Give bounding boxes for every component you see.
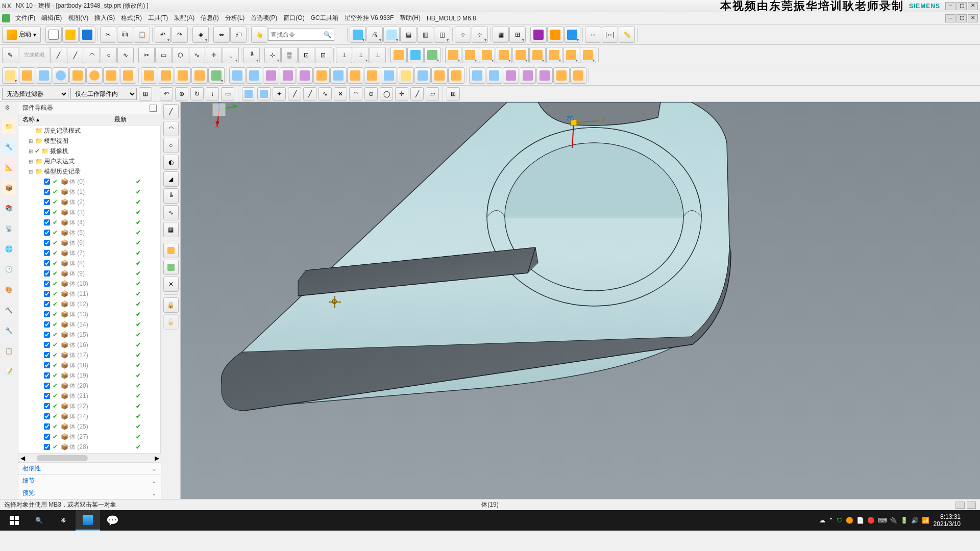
close-button[interactable]: ✕ (968, 2, 978, 10)
body-checkbox[interactable] (44, 209, 50, 215)
body-checkbox[interactable] (44, 434, 50, 440)
delete-face-tool[interactable] (381, 67, 397, 84)
analysis2-button[interactable] (547, 27, 564, 43)
block-button[interactable] (383, 27, 400, 43)
menu-file[interactable]: 文件(F) (12, 13, 38, 23)
command-search-input[interactable] (268, 29, 334, 41)
body-checkbox[interactable] (44, 219, 50, 226)
menu-help[interactable]: 帮助(H) (397, 13, 424, 23)
body-checkbox[interactable] (44, 393, 50, 399)
vtool-offset[interactable]: ╚ (163, 188, 179, 204)
copy-button[interactable]: ⿻ (117, 27, 133, 43)
body-checkbox[interactable] (44, 352, 50, 358)
form-tab[interactable]: 📝 (2, 364, 16, 379)
status-ico-1[interactable] (955, 502, 965, 509)
snap-point[interactable]: ✛ (395, 87, 408, 101)
history-tab[interactable]: 🕐 (2, 262, 16, 277)
tree-item[interactable]: ⊞✔📁摄像机 (18, 146, 160, 156)
body-checkbox[interactable] (44, 199, 50, 205)
proj2-tool[interactable]: ⊡ (315, 47, 331, 63)
tray-orange-icon[interactable]: 🟠 (846, 517, 853, 524)
snap-inter[interactable]: ✕ (334, 87, 347, 101)
tree-body-item[interactable]: ✔📦体 (21)✔ (18, 391, 160, 401)
surf5-tool[interactable] (536, 67, 553, 84)
nav-tree[interactable]: 📁历史记录模式⊞📁模型视图⊞✔📁摄像机⊞📁用户表达式⊟📁模型历史记录✔📦体 (0… (18, 126, 161, 453)
body-checkbox[interactable] (44, 260, 50, 266)
line-tool[interactable]: ╱ (50, 47, 66, 63)
tree-body-item[interactable]: ✔📦体 (22)✔ (18, 401, 160, 411)
nav-column-latest[interactable]: 最新 (110, 115, 141, 124)
polygon-tool[interactable]: ⬡ (172, 47, 188, 63)
snap-arc[interactable]: ◠ (349, 87, 362, 101)
filter-btn-3[interactable]: ⊕ (175, 87, 188, 101)
body-checkbox[interactable] (44, 301, 50, 307)
tree-body-item[interactable]: ✔📦体 (27)✔ (18, 432, 160, 442)
status-ico-2[interactable] (967, 502, 976, 509)
nav-section-detail[interactable]: 细节⌄ (18, 474, 161, 487)
save-button[interactable] (79, 27, 95, 43)
signal-tab[interactable]: 📡 (2, 221, 16, 236)
tree-body-item[interactable]: ✔📦体 (4)✔ (18, 217, 160, 228)
hammer-tab[interactable]: 🔧 (2, 323, 16, 338)
tree-body-item[interactable]: ✔📦体 (11)✔ (18, 289, 160, 299)
mirror-tool[interactable] (229, 67, 246, 84)
rib-tool[interactable] (208, 67, 225, 84)
sweep-tool[interactable] (424, 47, 440, 63)
wcs-orient-button[interactable]: ⊹ (472, 27, 488, 43)
blend-tool[interactable] (580, 47, 596, 63)
trim2-tool[interactable] (297, 67, 313, 84)
tree-body-item[interactable]: ✔📦体 (17)✔ (18, 350, 160, 360)
tray-battery-icon[interactable]: 🔋 (900, 517, 908, 524)
line-tool-2[interactable]: ╱ (67, 47, 83, 63)
tray-note-icon[interactable]: 📄 (856, 517, 864, 524)
cut-button[interactable]: ✂ (100, 27, 116, 43)
doc-minimize-button[interactable]: ‒ (945, 14, 955, 22)
body-checkbox[interactable] (44, 342, 50, 348)
tree-body-item[interactable]: ✔📦体 (16)✔ (18, 340, 160, 350)
tray-wifi-icon[interactable]: 📶 (922, 517, 929, 524)
nav-pin-button[interactable] (150, 105, 157, 112)
tray-volume-icon[interactable]: 🔊 (911, 517, 919, 524)
tree-body-item[interactable]: ✔📦体 (14)✔ (18, 319, 160, 330)
filter-btn-2[interactable]: ↶ (160, 87, 173, 101)
dim2-button[interactable]: |↔| (602, 27, 618, 43)
pattern-button[interactable]: ⊞ (509, 27, 526, 43)
tray-shield-icon[interactable]: 🛡 (837, 517, 843, 524)
show-desktop-button[interactable] (965, 512, 974, 529)
tree-body-item[interactable]: ✔📦体 (20)✔ (18, 381, 160, 391)
assembly-navigator-tab[interactable]: 🔧 (2, 140, 16, 154)
vtool-extrude[interactable] (163, 260, 179, 275)
menu-view[interactable]: 视图(V) (65, 13, 91, 23)
resource-gear-icon[interactable]: ⚙ (5, 104, 14, 113)
tree-body-item[interactable]: ✔📦体 (28)✔ (18, 442, 160, 452)
body-checkbox[interactable] (44, 383, 50, 389)
offset2-tool[interactable] (280, 67, 296, 84)
vtool-unlock[interactable]: 🔓 (163, 314, 179, 330)
view-triad[interactable]: Y X Z (206, 102, 980, 489)
snap-mid[interactable]: ╱ (303, 87, 316, 101)
body-checkbox[interactable] (44, 281, 50, 287)
undo-button[interactable]: ↶ (155, 27, 171, 43)
vtool-arc[interactable]: ◠ (163, 121, 179, 136)
studio-spline-tool[interactable]: ∿ (189, 47, 205, 63)
draft-tool[interactable] (512, 47, 529, 63)
filter-btn-8[interactable] (257, 87, 271, 101)
surf4-tool[interactable] (520, 67, 536, 84)
tree-item[interactable]: ⊞📁模型视图 (18, 136, 160, 146)
analysis1-button[interactable] (530, 27, 547, 43)
circle-tool[interactable]: ○ (101, 47, 117, 63)
surf7-tool[interactable] (570, 67, 586, 84)
vtool-curve[interactable]: ∿ (163, 205, 179, 220)
body-checkbox[interactable] (44, 250, 50, 256)
tree-body-item[interactable]: ✔📦体 (6)✔ (18, 238, 160, 248)
tree-body-item[interactable]: ✔📦体 (18)✔ (18, 360, 160, 370)
chamfer-tool[interactable] (448, 67, 464, 84)
body-checkbox[interactable] (44, 444, 50, 450)
finish-sketch-button[interactable]: 完成草图 (19, 47, 50, 63)
pattern-sketch-tool[interactable]: ⊹ (264, 47, 281, 63)
menu-analysis[interactable]: 分析(L) (222, 13, 248, 23)
arc-tool[interactable]: ◠ (84, 47, 100, 63)
open-button[interactable] (62, 27, 79, 43)
body-checkbox[interactable] (44, 189, 50, 195)
constraint-tab[interactable]: 📐 (2, 160, 16, 174)
